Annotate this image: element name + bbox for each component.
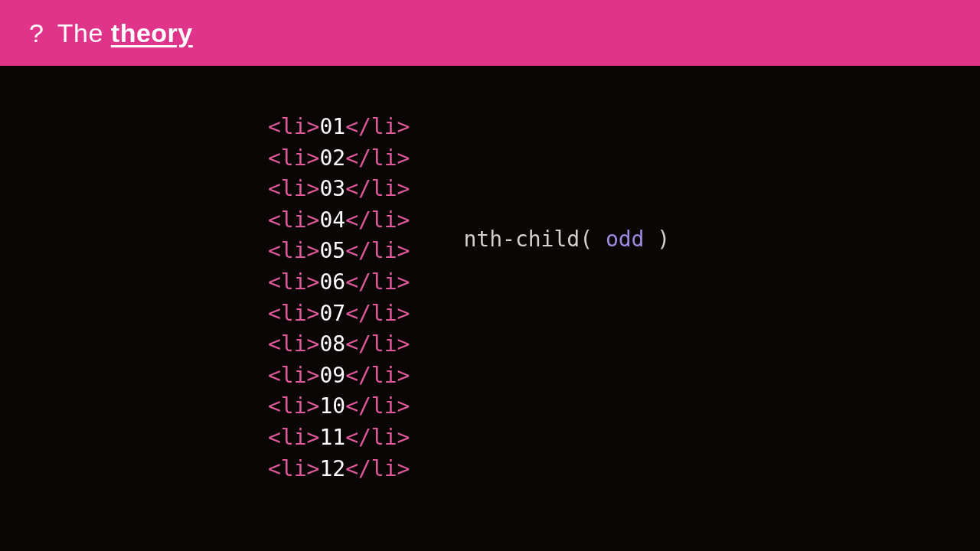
item-number: 01 bbox=[319, 114, 345, 139]
close-tag: </li> bbox=[345, 269, 410, 295]
open-tag: <li> bbox=[268, 425, 319, 450]
item-number: 04 bbox=[319, 207, 345, 233]
close-tag: </li> bbox=[345, 331, 410, 357]
open-tag: <li> bbox=[268, 393, 319, 419]
code-line: <li>11</li> bbox=[268, 422, 410, 454]
selector-function-close: ) bbox=[644, 227, 670, 252]
code-line: <li>04</li> bbox=[268, 205, 410, 236]
title-word-the: The bbox=[57, 18, 103, 47]
code-line: <li>03</li> bbox=[268, 174, 410, 205]
open-tag: <li> bbox=[268, 331, 319, 357]
code-line: <li>06</li> bbox=[268, 267, 410, 298]
item-number: 09 bbox=[319, 363, 345, 388]
code-line: <li>01</li> bbox=[268, 112, 410, 143]
close-tag: </li> bbox=[345, 393, 410, 419]
code-line: <li>02</li> bbox=[268, 143, 410, 174]
slide-header: ? The theory bbox=[0, 0, 980, 66]
close-tag: </li> bbox=[345, 363, 410, 388]
open-tag: <li> bbox=[268, 301, 319, 326]
item-number: 07 bbox=[319, 301, 345, 326]
code-line: <li>05</li> bbox=[268, 236, 410, 267]
css-selector: nth-child( odd ) bbox=[463, 227, 670, 252]
close-tag: </li> bbox=[345, 301, 410, 326]
close-tag: </li> bbox=[345, 114, 410, 139]
selector-function-open: nth-child( bbox=[463, 227, 605, 252]
item-number: 08 bbox=[319, 331, 345, 357]
open-tag: <li> bbox=[268, 238, 319, 263]
slide-title: ? The theory bbox=[29, 18, 193, 48]
open-tag: <li> bbox=[268, 176, 319, 201]
open-tag: <li> bbox=[268, 207, 319, 233]
open-tag: <li> bbox=[268, 456, 319, 481]
selector-argument: odd bbox=[606, 227, 645, 252]
close-tag: </li> bbox=[345, 238, 410, 263]
code-line: <li>07</li> bbox=[268, 298, 410, 330]
title-word-theory: theory bbox=[111, 18, 193, 47]
close-tag: </li> bbox=[345, 425, 410, 450]
title-question-mark: ? bbox=[29, 18, 44, 47]
open-tag: <li> bbox=[268, 363, 319, 388]
close-tag: </li> bbox=[345, 207, 410, 233]
close-tag: </li> bbox=[345, 176, 410, 201]
open-tag: <li> bbox=[268, 114, 319, 139]
code-line: <li>10</li> bbox=[268, 391, 410, 422]
code-line: <li>08</li> bbox=[268, 329, 410, 360]
code-line: <li>09</li> bbox=[268, 360, 410, 392]
item-number: 12 bbox=[319, 456, 345, 481]
item-number: 05 bbox=[319, 238, 345, 263]
item-number: 02 bbox=[319, 145, 345, 171]
item-number: 06 bbox=[319, 269, 345, 295]
close-tag: </li> bbox=[345, 145, 410, 171]
open-tag: <li> bbox=[268, 145, 319, 171]
close-tag: </li> bbox=[345, 456, 410, 481]
item-number: 11 bbox=[319, 425, 345, 450]
code-line: <li>12</li> bbox=[268, 454, 410, 485]
slide-content: <li>01</li><li>02</li><li>03</li><li>04<… bbox=[0, 66, 980, 484]
item-number: 03 bbox=[319, 176, 345, 201]
open-tag: <li> bbox=[268, 269, 319, 295]
item-number: 10 bbox=[319, 393, 345, 419]
code-list: <li>01</li><li>02</li><li>03</li><li>04<… bbox=[268, 112, 410, 484]
